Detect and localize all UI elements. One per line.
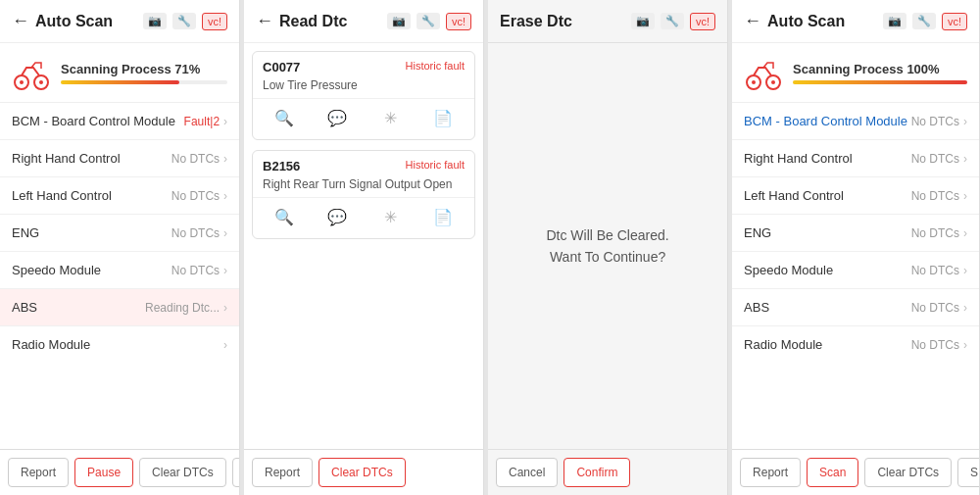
asterisk-icon: ✳ <box>384 208 397 226</box>
panel3-message-line1: Dtc Will Be Cleared. <box>546 224 668 246</box>
panel1-show-button[interactable]: Sh... <box>232 458 240 487</box>
panel3-erase-area: Dtc Will Be Cleared. Want To Continue? <box>488 43 727 449</box>
panel3-toolbar: Cancel Confirm <box>488 449 727 495</box>
panel3-header-icons: 📷 🔧 vc! <box>631 13 715 30</box>
dtc-c0077-code: C0077 <box>263 60 300 74</box>
panel2-report-button[interactable]: Report <box>252 458 313 487</box>
search-icon: 🔍 <box>274 109 294 127</box>
svg-point-3 <box>39 80 43 84</box>
panel2-header-icons: 📷 🔧 vc! <box>387 13 471 30</box>
panel4-module-right-hand[interactable]: Right Hand Control No DTCs › <box>732 140 979 177</box>
panel4-clear-dtcs-button[interactable]: Clear DTCs <box>864 458 952 487</box>
file-icon: 📄 <box>433 208 453 226</box>
panel2-title: Read Dtc <box>279 13 387 30</box>
panel1-pause-button[interactable]: Pause <box>74 458 133 487</box>
dtc-c0077-file-button[interactable]: 📄 <box>417 103 468 133</box>
panel1-scan-info: Scanning Process 71% <box>61 62 227 84</box>
panel4-report-button[interactable]: Report <box>740 458 801 487</box>
panel3-camera-icon[interactable]: 📷 <box>631 13 655 29</box>
panel4-bike-icon <box>744 53 783 92</box>
panel1-scan-title: Scanning Process 71% <box>61 62 227 76</box>
panel1-clear-dtcs-button[interactable]: Clear DTCs <box>139 458 226 487</box>
panel2-back-button[interactable]: ← <box>256 11 273 31</box>
panel1-vc-icon[interactable]: vc! <box>202 13 227 30</box>
module-item-bcm[interactable]: BCM - Board Control Module Fault|2 › <box>0 103 239 140</box>
panel4-module-eng[interactable]: ENG No DTCs › <box>732 215 979 252</box>
panel3-confirm-button[interactable]: Confirm <box>564 458 630 487</box>
panel1-bike-icon <box>12 53 51 92</box>
panel1-module-list: BCM - Board Control Module Fault|2 › Rig… <box>0 103 239 449</box>
panel4-scan-info: Scanning Process 100% <box>793 62 967 84</box>
dtc-b2156-file-button[interactable]: 📄 <box>417 202 468 232</box>
dtc-c0077-search-button[interactable]: 🔍 <box>259 103 310 133</box>
panel4-module-bcm[interactable]: BCM - Board Control Module No DTCs › <box>732 103 979 140</box>
module-item-left-hand[interactable]: Left Hand Control No DTCs › <box>0 177 239 215</box>
panel2-settings-icon[interactable]: 🔧 <box>416 13 440 29</box>
panel2-vc-icon[interactable]: vc! <box>446 13 471 30</box>
panel4-title: Auto Scan <box>767 13 883 30</box>
module-item-eng[interactable]: ENG No DTCs › <box>0 215 239 252</box>
module-item-abs[interactable]: ABS Reading Dtc... › <box>0 289 239 326</box>
dtc-c0077-header: C0077 Historic fault <box>253 52 474 76</box>
dtc-c0077-asterisk-button[interactable]: ✳ <box>365 103 416 133</box>
panel3-title: Erase Dtc <box>500 13 631 30</box>
dtc-b2156-comment-button[interactable]: 💬 <box>312 202 363 232</box>
panel2-dtc-list: C0077 Historic fault Low Tire Pressure 🔍… <box>244 43 483 449</box>
module-item-radio[interactable]: Radio Module › <box>0 326 239 363</box>
dtc-b2156-badge: Historic fault <box>406 159 466 171</box>
panel1-header-icons: 📷 🔧 vc! <box>143 13 227 30</box>
panel2-toolbar: Report Clear DTCs <box>244 449 483 495</box>
panel4-scan-button[interactable]: Scan <box>807 458 858 487</box>
dtc-b2156-actions: 🔍 💬 ✳ 📄 <box>253 197 474 238</box>
panel4-module-abs[interactable]: ABS No DTCs › <box>732 289 979 326</box>
panel-auto-scan-71: ← Auto Scan 📷 🔧 vc! Scanning Process 71% <box>0 0 240 495</box>
panel4-scan-progress: Scanning Process 100% <box>732 43 979 103</box>
panel-read-dtc: ← Read Dtc 📷 🔧 vc! C0077 Historic fault … <box>244 0 484 495</box>
panel1-camera-icon[interactable]: 📷 <box>143 13 167 29</box>
panel2-header: ← Read Dtc 📷 🔧 vc! <box>244 0 483 43</box>
dtc-b2156-asterisk-button[interactable]: ✳ <box>365 202 416 232</box>
panel4-more-button[interactable]: S... <box>957 458 980 487</box>
svg-point-6 <box>752 80 756 84</box>
panel4-module-radio[interactable]: Radio Module No DTCs › <box>732 326 979 363</box>
panel1-progress-bar <box>61 80 179 84</box>
panel1-scan-progress: Scanning Process 71% <box>0 43 239 103</box>
panel1-settings-icon[interactable]: 🔧 <box>172 13 196 29</box>
panel1-back-button[interactable]: ← <box>12 11 29 31</box>
panel4-module-list: BCM - Board Control Module No DTCs › Rig… <box>732 103 979 449</box>
dtc-c0077-actions: 🔍 💬 ✳ 📄 <box>253 98 474 139</box>
module-item-right-hand[interactable]: Right Hand Control No DTCs › <box>0 140 239 177</box>
dtc-card-b2156[interactable]: B2156 Historic fault Right Rear Turn Sig… <box>252 150 475 239</box>
panel2-clear-dtcs-button[interactable]: Clear DTCs <box>318 458 406 487</box>
dtc-c0077-description: Low Tire Pressure <box>253 76 474 98</box>
dtc-b2156-header: B2156 Historic fault <box>253 151 474 175</box>
dtc-b2156-search-button[interactable]: 🔍 <box>259 202 310 232</box>
panel4-header: ← Auto Scan 📷 🔧 vc! <box>732 0 979 43</box>
file-icon: 📄 <box>433 109 453 127</box>
panel3-vc-icon[interactable]: vc! <box>690 13 715 30</box>
panel3-erase-message: Dtc Will Be Cleared. Want To Continue? <box>546 224 668 269</box>
dtc-c0077-comment-button[interactable]: 💬 <box>312 103 363 133</box>
panel1-header: ← Auto Scan 📷 🔧 vc! <box>0 0 239 43</box>
panel4-vc-icon[interactable]: vc! <box>942 13 967 30</box>
dtc-card-c0077[interactable]: C0077 Historic fault Low Tire Pressure 🔍… <box>252 51 475 140</box>
comment-icon: 💬 <box>327 208 347 226</box>
panel4-settings-icon[interactable]: 🔧 <box>912 13 936 29</box>
panel4-camera-icon[interactable]: 📷 <box>883 13 906 29</box>
panel4-back-button[interactable]: ← <box>744 11 761 31</box>
panel3-header: Erase Dtc 📷 🔧 vc! <box>488 0 727 43</box>
panel1-report-button[interactable]: Report <box>8 458 69 487</box>
dtc-c0077-badge: Historic fault <box>406 60 466 72</box>
panel2-camera-icon[interactable]: 📷 <box>387 13 411 29</box>
panel3-cancel-button[interactable]: Cancel <box>496 458 558 487</box>
panel3-settings-icon[interactable]: 🔧 <box>661 13 684 29</box>
module-item-speedo[interactable]: Speedo Module No DTCs › <box>0 252 239 289</box>
panel4-progress-bar-container <box>793 80 967 84</box>
panel-erase-dtc: Erase Dtc 📷 🔧 vc! Dtc Will Be Cleared. W… <box>488 0 728 495</box>
panel1-progress-bar-container <box>61 80 227 84</box>
panel3-message-line2: Want To Continue? <box>546 246 668 268</box>
panel4-module-left-hand[interactable]: Left Hand Control No DTCs › <box>732 177 979 215</box>
panel4-toolbar: Report Scan Clear DTCs S... <box>732 449 979 495</box>
panel4-module-speedo[interactable]: Speedo Module No DTCs › <box>732 252 979 289</box>
panel1-title: Auto Scan <box>35 13 143 30</box>
